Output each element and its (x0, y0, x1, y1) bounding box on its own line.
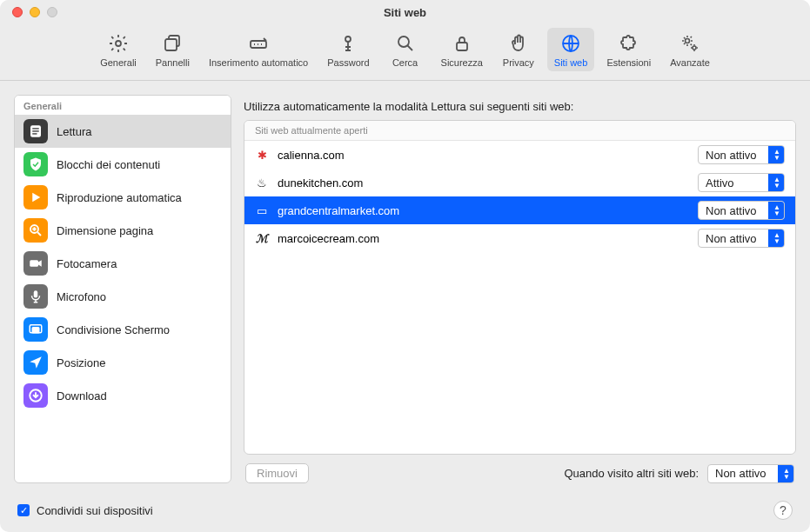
content-area: Generali Lettura Blocchi dei contenuti R… (0, 81, 810, 497)
sidebar-section-header: Generali (15, 96, 231, 115)
tab-websites[interactable]: Siti web (547, 28, 595, 71)
sidebar-item-label: Lettura (57, 125, 91, 138)
tab-security[interactable]: Sicurezza (434, 28, 490, 71)
sidebar-item-downloads[interactable]: Download (15, 379, 231, 412)
svg-rect-12 (32, 133, 37, 134)
sidebar-item-microphone[interactable]: Microfono (15, 280, 231, 313)
sidebar-item-content-blockers[interactable]: Blocchi dei contenuti (15, 148, 231, 181)
preferences-window: Siti web Generali Pannelli Inserimento a… (0, 0, 810, 532)
list-section-header: Siti web attualmente aperti (244, 121, 795, 141)
website-row[interactable]: ♨ dunekitchen.com Attivo ▲▼ (244, 169, 795, 196)
tab-tabs[interactable]: Pannelli (149, 28, 197, 71)
dropdown-value: Non attivo (706, 149, 757, 162)
sidebar-item-label: Condivisione Schermo (57, 323, 170, 336)
gears-icon (678, 31, 702, 56)
svg-rect-1 (165, 39, 177, 50)
svg-rect-17 (32, 328, 39, 333)
website-row[interactable]: ▭ grandcentralmarket.com Non attivo ▲▼ (244, 196, 795, 224)
svg-point-4 (398, 37, 409, 47)
tab-general[interactable]: Generali (93, 28, 144, 71)
main-heading: Utilizza automaticamente la modalità Let… (244, 95, 796, 120)
sidebar-item-label: Dimensione pagina (57, 224, 153, 237)
sidebar-item-location[interactable]: Posizione (15, 346, 231, 379)
dropdown-value: Non attivo (706, 232, 757, 245)
tab-privacy[interactable]: Privacy (495, 28, 542, 71)
chevron-updown-icon: ▲▼ (773, 149, 780, 161)
hand-icon (506, 31, 531, 56)
favicon-icon: ♨ (255, 176, 269, 190)
search-icon (393, 31, 418, 56)
sidebar-item-page-zoom[interactable]: Dimensione pagina (15, 214, 231, 247)
websites-list: Siti web attualmente aperti ✱ calienna.c… (244, 120, 796, 455)
status-dropdown[interactable]: Non attivo ▲▼ (698, 229, 785, 248)
titlebar: Siti web (0, 0, 810, 24)
globe-icon (559, 31, 583, 56)
website-row[interactable]: ℳ marcoicecream.com Non attivo ▲▼ (244, 224, 795, 252)
website-row[interactable]: ✱ calienna.com Non attivo ▲▼ (244, 141, 795, 169)
tab-label: Password (327, 57, 369, 68)
svg-rect-5 (457, 43, 467, 50)
close-window-button[interactable] (12, 7, 23, 17)
minimize-window-button[interactable] (30, 7, 40, 17)
tab-label: Cerca (392, 57, 418, 68)
tab-search[interactable]: Cerca (382, 28, 429, 71)
other-sites-dropdown[interactable]: Non attivo ▲▼ (707, 464, 794, 483)
svg-rect-15 (34, 290, 38, 297)
svg-point-7 (685, 39, 689, 43)
help-button[interactable]: ? (773, 501, 793, 520)
status-dropdown[interactable]: Non attivo ▲▼ (698, 145, 785, 164)
sidebar-item-camera[interactable]: Fotocamera (15, 247, 231, 280)
zoom-window-button[interactable] (47, 7, 57, 17)
sidebar-item-label: Posizione (57, 356, 105, 369)
lock-icon (450, 31, 474, 56)
play-icon (23, 185, 48, 209)
favicon-icon: ✱ (255, 148, 269, 162)
tab-label: Siti web (554, 57, 588, 68)
favicon-icon: ▭ (255, 203, 269, 217)
footer: ✓ Condividi sui dispositivi ? (0, 497, 810, 532)
bottom-bar: Rimuovi Quando visito altri siti web: No… (244, 455, 796, 483)
tab-label: Privacy (503, 57, 534, 68)
screen-share-icon (23, 317, 48, 342)
other-sites-label: Quando visito altri siti web: (564, 467, 699, 480)
tab-label: Sicurezza (441, 57, 483, 68)
gear-icon (106, 31, 131, 56)
tab-extensions[interactable]: Estensioni (599, 28, 658, 71)
chevron-updown-icon: ▲▼ (783, 468, 790, 480)
tab-passwords[interactable]: Password (320, 28, 376, 71)
sidebar-item-reader[interactable]: Lettura (15, 115, 231, 148)
puzzle-icon (617, 31, 641, 56)
sidebar-item-label: Riproduzione automatica (57, 191, 182, 204)
site-name: calienna.com (278, 149, 689, 162)
remove-button[interactable]: Rimuovi (245, 463, 309, 483)
traffic-lights (0, 7, 57, 17)
dropdown-value: Attivo (706, 176, 734, 190)
tab-autofill[interactable]: Inserimento automatico (202, 28, 315, 71)
status-dropdown[interactable]: Attivo ▲▼ (698, 173, 785, 192)
status-dropdown[interactable]: Non attivo ▲▼ (698, 201, 785, 220)
shield-check-icon (23, 152, 48, 176)
tab-label: Inserimento automatico (209, 57, 308, 68)
sidebar-item-label: Download (57, 389, 107, 402)
reader-icon (23, 119, 48, 143)
camera-icon (23, 251, 48, 276)
share-checkbox[interactable]: ✓ (17, 504, 30, 516)
tab-advanced[interactable]: Avanzate (663, 28, 717, 71)
chevron-updown-icon: ▲▼ (773, 204, 780, 216)
download-icon (23, 383, 48, 408)
location-icon (23, 350, 48, 375)
sidebar-item-screen-sharing[interactable]: Condivisione Schermo (15, 313, 231, 346)
chevron-updown-icon: ▲▼ (773, 232, 780, 244)
main-panel: Utilizza automaticamente la modalità Let… (244, 95, 796, 483)
svg-point-0 (116, 41, 121, 46)
autofill-icon (246, 31, 271, 56)
panels-icon (160, 31, 184, 56)
sidebar-item-autoplay[interactable]: Riproduzione automatica (15, 181, 231, 214)
zoom-icon (23, 218, 48, 243)
tab-label: Generali (100, 57, 137, 68)
site-name: dunekitchen.com (278, 176, 689, 190)
favicon-icon: ℳ (255, 231, 269, 245)
microphone-icon (23, 284, 48, 309)
sidebar-item-label: Microfono (57, 290, 106, 303)
site-name: grandcentralmarket.com (278, 204, 689, 217)
